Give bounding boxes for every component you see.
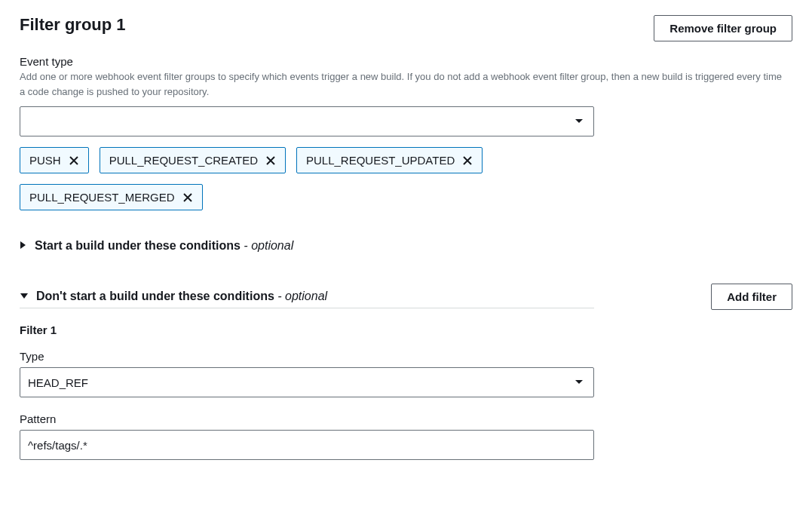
start-conditions-expander[interactable]: Start a build under these conditions - o…: [20, 235, 594, 258]
event-type-chip: PULL_REQUEST_CREATED: [100, 147, 286, 173]
chip-label: PUSH: [29, 154, 61, 167]
type-select-value: HEAD_REF: [28, 376, 88, 389]
chip-label: PULL_REQUEST_MERGED: [29, 191, 175, 204]
chip-label: PULL_REQUEST_CREATED: [109, 154, 258, 167]
close-icon[interactable]: [182, 192, 193, 203]
remove-filter-group-button[interactable]: Remove filter group: [654, 15, 792, 41]
event-type-chip: PULL_REQUEST_UPDATED: [296, 147, 483, 173]
pattern-field-label: Pattern: [20, 412, 792, 425]
close-icon[interactable]: [265, 155, 276, 166]
event-type-select[interactable]: [20, 106, 594, 136]
event-type-description: Add one or more webhook event filter gro…: [20, 69, 789, 99]
filter-group-title: Filter group 1: [20, 15, 126, 35]
close-icon[interactable]: [462, 155, 473, 166]
event-type-label: Event type: [20, 55, 792, 68]
add-filter-button[interactable]: Add filter: [711, 284, 792, 310]
chip-label: PULL_REQUEST_UPDATED: [306, 154, 455, 167]
event-type-chip: PULL_REQUEST_MERGED: [20, 184, 203, 210]
event-type-chip: PUSH: [20, 147, 89, 173]
type-field-label: Type: [20, 350, 792, 363]
filter-1-heading: Filter 1: [20, 323, 792, 336]
type-select[interactable]: HEAD_REF: [20, 367, 594, 397]
dont-start-conditions-expander[interactable]: Don't start a build under these conditio…: [20, 285, 594, 308]
pattern-input[interactable]: [20, 430, 594, 460]
start-conditions-label: Start a build under these conditions - o…: [35, 239, 293, 253]
caret-down-icon: [20, 290, 29, 303]
close-icon[interactable]: [69, 155, 79, 166]
caret-right-icon: [20, 239, 27, 253]
dont-start-conditions-label: Don't start a build under these conditio…: [36, 290, 327, 303]
